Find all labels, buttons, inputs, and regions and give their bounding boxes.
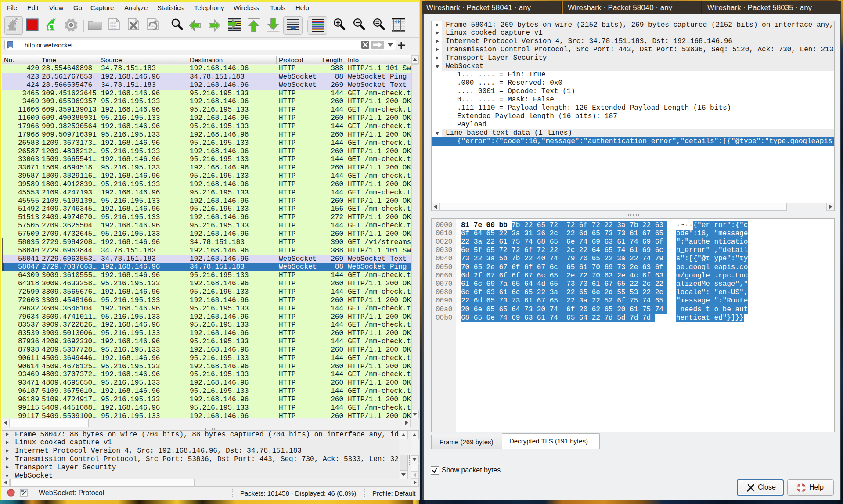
svg-text:0111: 0111 <box>110 27 117 30</box>
